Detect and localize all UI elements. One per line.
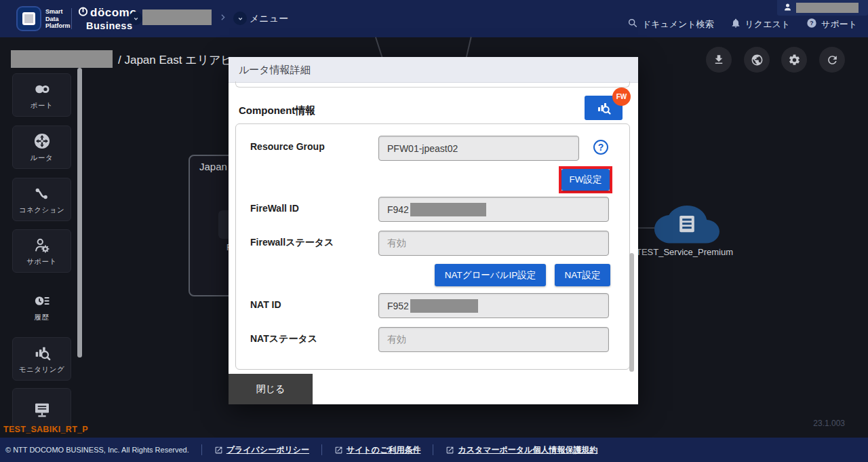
support-link[interactable]: ? サポート (806, 18, 857, 31)
copyright-text: © NTT DOCOMO BUSINESS, Inc. All Rights R… (5, 446, 189, 454)
firewall-id-field[interactable]: F942 (378, 197, 609, 222)
download-button[interactable] (706, 47, 732, 73)
modal-title: ルータ情報詳細 (229, 57, 638, 83)
monitoring-icon (595, 100, 612, 116)
search-icon (627, 18, 638, 31)
terms-of-use-link[interactable]: サイトのご利用条件 (334, 444, 420, 456)
scrolled-section-edge (235, 81, 630, 88)
divider (71, 8, 72, 29)
external-link-icon (214, 446, 223, 455)
redacted-username (796, 3, 859, 13)
component-section-title: Component情報 (239, 104, 315, 117)
fw-button-highlight: FW設定 (559, 166, 612, 193)
connection-icon (33, 185, 51, 203)
product-name: Smart Data Platform (45, 8, 71, 30)
bell-icon (730, 18, 741, 31)
monitoring-icon (33, 343, 52, 362)
nat-settings-button[interactable]: NAT設定 (555, 264, 610, 286)
help-icon[interactable]: ? (593, 140, 608, 155)
nat-id-field[interactable]: F952 (378, 293, 609, 318)
nat-global-ip-settings-button[interactable]: NATグローバルIP設定 (435, 264, 546, 286)
refresh-icon (826, 54, 839, 66)
router-detail-modal: ルータ情報詳細 Component情報 FW Resource Group PF… (229, 57, 638, 404)
external-link-icon (446, 446, 454, 455)
requests-link[interactable]: リクエスト (730, 18, 791, 31)
footer: © NTT DOCOMO BUSINESS, Inc. All Rights R… (0, 438, 868, 462)
router-icon (33, 132, 52, 151)
divider (201, 444, 202, 455)
cloud-icon (654, 201, 719, 246)
gear-icon (788, 54, 801, 66)
firewall-id-label: FireWall ID (250, 203, 299, 214)
close-button[interactable]: 閉じる (229, 374, 313, 404)
version-text: 23.1.003 (813, 419, 845, 428)
docomo-clock-icon (78, 6, 88, 20)
router-node-label: TEST_SABIKI_RT_P (3, 425, 98, 434)
app-screen: Smart Data Platform döcomo Business (0, 0, 868, 462)
sidebar-item-history[interactable]: 履歴 (12, 285, 71, 328)
globe-icon (751, 54, 764, 66)
topology-edge (465, 37, 471, 59)
redacted-breadcrumb-root (11, 50, 113, 68)
fw-status-badge: FW (612, 88, 631, 106)
redacted-nat-id (410, 299, 478, 313)
top-bar: Smart Data Platform döcomo Business (0, 0, 868, 37)
sidebar-item-monitoring[interactable]: モニタリング (12, 337, 71, 381)
personal-info-policy-link[interactable]: カスタマーポータル個人情報保護規約 (446, 444, 597, 456)
download-icon (713, 54, 725, 66)
external-link-icon (334, 446, 343, 455)
cloud-node-label: TEST_Service_Premium (636, 247, 733, 257)
resource-group-label: Resource Group (250, 141, 325, 152)
refresh-button[interactable] (819, 47, 845, 73)
sidebar-item-connection[interactable]: コネクション (12, 178, 71, 221)
chevron-right-icon (218, 12, 227, 24)
component-fieldset: Resource Group PFW01-jpeast02 ? FW設定 Fir… (235, 123, 630, 370)
user-icon (783, 2, 793, 15)
divider (321, 444, 322, 455)
firewall-status-label: Firewallステータス (250, 237, 334, 249)
sidebar-item-router[interactable]: ルータ (12, 126, 71, 169)
topology-edge (375, 37, 383, 58)
chevron-down-icon[interactable] (233, 12, 247, 25)
document-search-link[interactable]: ドキュメント検索 (627, 18, 714, 31)
redacted-tenant-name (142, 9, 212, 25)
nat-id-label: NAT ID (250, 299, 281, 310)
user-chip[interactable] (777, 0, 868, 16)
history-icon (33, 292, 51, 310)
privacy-policy-link[interactable]: プライバシーポリシー (214, 444, 309, 456)
modal-scrollbar[interactable] (629, 253, 634, 372)
monitor-icon (32, 400, 52, 420)
menu-button[interactable]: メニュー (250, 13, 288, 25)
help-circle-icon: ? (806, 18, 817, 31)
resource-group-field[interactable]: PFW01-jpeast02 (378, 136, 579, 161)
chevron-down-icon[interactable] (129, 12, 142, 25)
region-label: Japan (199, 161, 227, 172)
nat-status-field[interactable]: 有効 (378, 327, 609, 352)
vertical-scrollbar[interactable] (77, 68, 82, 358)
support-person-gear-icon (33, 236, 51, 254)
nat-status-label: NATステータス (250, 333, 317, 345)
sidebar-item-ports[interactable]: ポート (12, 73, 71, 117)
divider (433, 444, 433, 455)
sdp-logo-icon (16, 6, 41, 31)
top-nav: ドキュメント検索 リクエスト ? サポート (627, 18, 857, 31)
firewall-status-field[interactable]: 有効 (378, 231, 609, 256)
settings-button[interactable] (781, 47, 807, 73)
breadcrumb: / Japan East エリアビ (118, 52, 229, 68)
fw-settings-button[interactable]: FW設定 (561, 169, 610, 191)
ports-icon (33, 80, 51, 98)
cloud-service-node[interactable] (654, 201, 719, 246)
svg-text:?: ? (810, 20, 813, 26)
sidebar-item-support[interactable]: サポート (12, 229, 71, 273)
redacted-firewall-id (410, 203, 486, 216)
globe-button[interactable] (744, 47, 770, 73)
